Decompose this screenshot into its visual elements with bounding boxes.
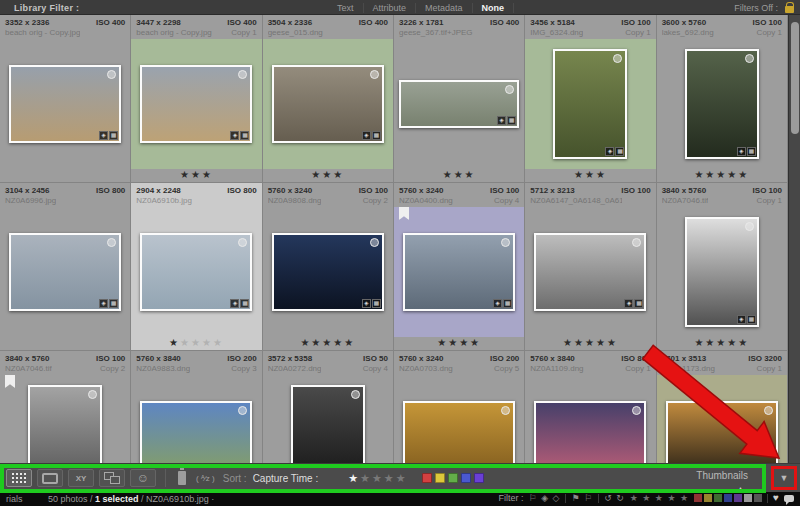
color-label-swatch[interactable] [422, 473, 432, 483]
photo-cell[interactable]: 3226 x 1781ISO 400geese_367.tif+JPEG◈▦★★… [394, 15, 525, 183]
selection-circle-badge[interactable] [370, 238, 379, 247]
label-filter-swatch[interactable] [754, 494, 762, 502]
photo-cell[interactable]: 3104 x 2456ISO 800NZ0A6996.jpg◈▦ [0, 183, 131, 351]
photo-cell[interactable]: 3840 x 5760ISO 100NZ0A7046.tifCopy 2◈▦ [0, 351, 131, 463]
photo-cell[interactable]: 5701 x 3513ISO 3200NZ0A1173.dngCopy 1◈▦ [657, 351, 788, 463]
keyword-badge-icon[interactable]: ◈ [737, 147, 746, 156]
selection-circle-badge[interactable] [238, 70, 247, 79]
photo-cell[interactable]: 3352 x 2336ISO 400beach orig - Copy.jpg◈… [0, 15, 131, 183]
filter-tab-none[interactable]: None [472, 3, 514, 13]
develop-badge-icon[interactable]: ▦ [109, 299, 118, 308]
selection-circle-badge[interactable] [764, 406, 773, 415]
photo-thumbnail[interactable]: ◈▦ [291, 385, 365, 463]
people-view-button[interactable]: ☺ [130, 469, 156, 487]
develop-badge-icon[interactable]: ▦ [507, 116, 516, 125]
photo-thumbnail[interactable]: ◈▦ [534, 401, 646, 463]
compare-view-button[interactable]: XY [68, 469, 94, 487]
painter-tool-icon[interactable] [178, 471, 186, 485]
selection-circle-badge[interactable] [88, 390, 97, 399]
keyword-badge-icon[interactable]: ◈ [605, 147, 614, 156]
selection-circle-badge[interactable] [107, 70, 116, 79]
cell-star-rating[interactable]: ★★★ [263, 169, 393, 182]
toolbar-color-labels[interactable] [422, 473, 484, 483]
keyword-badge-icon[interactable]: ◈ [624, 299, 633, 308]
label-filter-swatch[interactable] [704, 494, 712, 502]
label-filter-swatches[interactable] [694, 494, 762, 502]
develop-badge-icon[interactable]: ▦ [634, 299, 643, 308]
thumbnail-size-slider[interactable]: ▲ [737, 485, 744, 492]
photo-cell[interactable]: 3840 x 5760ISO 100NZ0A7046.tifCopy 1◈▦★★… [657, 183, 788, 351]
photo-thumbnail[interactable]: ◈▦ [553, 49, 627, 159]
sort-criteria-dropdown[interactable]: Capture Time : [253, 473, 319, 484]
keyword-badge-icon[interactable]: ◈ [493, 299, 502, 308]
cell-star-rating[interactable]: ★★★ [394, 169, 524, 182]
photo-cell[interactable]: 5760 x 3840ISO 200NZ0A9883.dngCopy 3◈▦ [131, 351, 262, 463]
selection-circle-badge[interactable] [613, 54, 622, 63]
grid-view-button[interactable] [6, 469, 32, 487]
cell-star-rating[interactable]: ★★★★★ [657, 337, 787, 350]
photo-thumbnail[interactable]: ◈▦ [9, 233, 121, 311]
develop-badge-icon[interactable]: ▦ [372, 299, 381, 308]
develop-badge-icon[interactable]: ▦ [615, 147, 624, 156]
photo-thumbnail[interactable]: ◈▦ [685, 217, 759, 327]
cell-star-rating[interactable]: ★★★★★ [657, 169, 787, 182]
photo-thumbnail[interactable]: ◈▦ [534, 233, 646, 311]
selection-circle-badge[interactable] [505, 85, 514, 94]
photo-cell[interactable]: 5760 x 3240ISO 100NZ0A0400.dngCopy 4◈▦★★… [394, 183, 525, 351]
cell-star-rating[interactable] [0, 337, 130, 350]
selection-circle-badge[interactable] [238, 238, 247, 247]
photo-thumbnail[interactable]: ◈▦ [403, 401, 515, 463]
selection-circle-badge[interactable] [501, 406, 510, 415]
pick-flag-icon[interactable] [399, 207, 409, 220]
photo-cell[interactable]: 5760 x 3240ISO 100NZ0A9808.dngCopy 2◈▦★★… [263, 183, 394, 351]
photo-thumbnail[interactable]: ◈▦ [272, 233, 384, 311]
keyword-badge-icon[interactable]: ◈ [230, 131, 239, 140]
rotate-icons[interactable]: ↺ ↻ [604, 493, 625, 503]
label-filter-swatch[interactable] [744, 494, 752, 502]
photo-thumbnail[interactable]: ◈▦ [9, 65, 121, 143]
color-label-swatch[interactable] [435, 473, 445, 483]
label-filter-swatch[interactable] [714, 494, 722, 502]
toolbar-rating-stars[interactable]: ★★★★★ [348, 472, 407, 485]
develop-badge-icon[interactable]: ▦ [240, 299, 249, 308]
develop-badge-icon[interactable]: ▦ [503, 299, 512, 308]
label-filter-swatch[interactable] [734, 494, 742, 502]
cell-star-rating[interactable]: ★★★★★ [525, 337, 655, 350]
filters-off-dropdown[interactable]: Filters Off : [734, 3, 778, 13]
keyword-badge-icon[interactable]: ◈ [362, 299, 371, 308]
photo-thumbnail[interactable]: ◈▦ [140, 401, 252, 463]
color-label-swatch[interactable] [448, 473, 458, 483]
selection-circle-badge[interactable] [632, 406, 641, 415]
filter-tab-metadata[interactable]: Metadata [415, 3, 472, 13]
selection-circle-badge[interactable] [351, 390, 360, 399]
filter-lock-icon[interactable] [785, 6, 794, 13]
photo-thumbnail[interactable]: ◈▦ [403, 233, 515, 311]
develop-badge-icon[interactable]: ▦ [747, 147, 756, 156]
photo-cell[interactable]: 3572 x 5358ISO 50NZ0A0272.dngCopy 4◈▦ [263, 351, 394, 463]
photo-thumbnail[interactable]: ◈▦ [272, 65, 384, 143]
photo-thumbnail[interactable]: ◈▦ [140, 233, 252, 311]
keyword-badge-icon[interactable]: ◈ [497, 116, 506, 125]
photo-cell[interactable]: 3504 x 2336ISO 400geese_015.dng◈▦★★★ [263, 15, 394, 183]
develop-badge-icon[interactable]: ▦ [240, 131, 249, 140]
grid-scrollbar[interactable] [788, 15, 800, 463]
develop-badge-icon[interactable]: ▦ [747, 315, 756, 324]
selection-circle-badge[interactable] [107, 238, 116, 247]
photo-cell[interactable]: 5712 x 3213ISO 100NZ0A6147_0A6148_0A6149… [525, 183, 656, 351]
keyword-badge-icon[interactable]: ◈ [230, 299, 239, 308]
pick-flag-icons[interactable]: ⚑ ⚐ [571, 493, 593, 503]
photo-thumbnail[interactable]: ◈▦ [685, 49, 759, 159]
develop-badge-icon[interactable]: ▦ [109, 131, 118, 140]
filter-tab-text[interactable]: Text [328, 3, 363, 13]
photo-thumbnail[interactable]: ◈▦ [140, 65, 252, 143]
pick-flag-icon[interactable] [5, 375, 15, 388]
photo-cell[interactable]: 5760 x 3240ISO 200NZ0A0703.dngCopy 5◈▦ [394, 351, 525, 463]
survey-view-button[interactable] [99, 469, 125, 487]
keyword-badge-icon[interactable]: ◈ [99, 131, 108, 140]
filter-tab-attribute[interactable]: Attribute [363, 3, 416, 13]
cell-star-rating[interactable] [0, 169, 130, 182]
selection-circle-badge[interactable] [370, 70, 379, 79]
toolbar-options-chevron[interactable]: ▼ [771, 466, 797, 490]
selection-circle-badge[interactable] [501, 238, 510, 247]
keyword-badge-icon[interactable]: ◈ [362, 131, 371, 140]
